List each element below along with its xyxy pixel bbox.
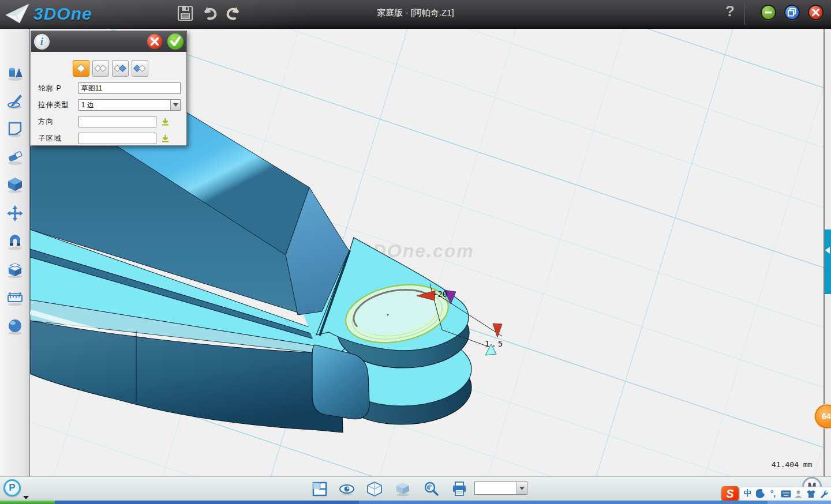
taskbar-segment-1[interactable] xyxy=(55,501,359,504)
measure-icon[interactable] xyxy=(6,289,24,307)
offset-dim-label: 1.5 xyxy=(485,339,504,348)
close-button[interactable] xyxy=(808,5,823,20)
scale-readout: 41.404 mm xyxy=(772,460,813,469)
extrude-option-3[interactable] xyxy=(112,60,129,77)
undo-icon[interactable] xyxy=(201,5,218,22)
titlebar: 3DOne 家庭版 - [阿帕奇.Z1] ? xyxy=(0,0,831,29)
print-icon[interactable] xyxy=(451,481,467,497)
subregion-pick-icon[interactable] xyxy=(160,134,170,144)
extrude-option-2[interactable] xyxy=(92,60,109,77)
profile-caret-icon[interactable] xyxy=(23,496,29,499)
taskbar-segment-3[interactable] xyxy=(768,501,831,504)
extrude-type-select[interactable]: 1 边 xyxy=(78,99,181,111)
extrude-option-1[interactable] xyxy=(73,60,89,77)
window-title: 家庭版 - [阿帕奇.Z1] xyxy=(329,7,502,18)
ime-logo-icon[interactable]: S xyxy=(721,486,739,501)
select-dropdown-button[interactable] xyxy=(170,100,180,110)
combo-dropdown-button[interactable] xyxy=(516,482,527,494)
taskbar-segment-green[interactable] xyxy=(0,501,55,504)
minimize-button[interactable] xyxy=(761,5,776,20)
wireframe-view-icon[interactable] xyxy=(366,481,383,497)
ime-user-icon[interactable] xyxy=(793,488,804,499)
layout-icon[interactable] xyxy=(312,481,328,497)
ime-lang-toggle[interactable]: 中 xyxy=(742,488,753,499)
extrude-type-label: 拉伸类型 xyxy=(38,100,78,110)
info-icon: i xyxy=(34,34,50,50)
extrude-mode-options xyxy=(73,60,181,77)
titlebar-divider xyxy=(744,3,745,25)
visibility-eye-icon[interactable] xyxy=(339,481,355,497)
notification-badge[interactable]: 64 xyxy=(815,404,831,429)
extrude-option-4[interactable] xyxy=(132,60,148,77)
sketch-icon[interactable] xyxy=(6,92,24,110)
direction-input[interactable] xyxy=(78,116,156,127)
direction-pick-icon[interactable] xyxy=(160,117,170,127)
magnet-icon[interactable] xyxy=(6,233,24,250)
taskbar-segment-2[interactable] xyxy=(359,501,768,504)
primitives-icon[interactable] xyxy=(6,65,24,82)
statusbar: P M xyxy=(0,476,831,501)
ime-punct-toggle[interactable]: °, xyxy=(768,488,778,499)
profile-label: 轮廓 P xyxy=(38,84,78,93)
move-icon[interactable] xyxy=(6,205,24,222)
ime-keyboard-icon[interactable] xyxy=(780,488,791,499)
subregion-label: 子区域 xyxy=(38,134,78,144)
ime-skin-icon[interactable] xyxy=(806,488,817,499)
extrude-dialog: i 轮廓 P 拉伸类型 xyxy=(31,31,187,146)
direction-label: 方向 xyxy=(38,117,78,127)
dialog-header: i xyxy=(31,31,186,52)
panel-expand-tab[interactable] xyxy=(825,230,831,294)
angle-dim-label: -20 xyxy=(433,289,447,299)
toolbar-left xyxy=(0,29,30,476)
sketch-plane-icon[interactable] xyxy=(6,120,24,137)
paper-plane-icon xyxy=(5,2,30,25)
ime-settings-wrench-icon[interactable] xyxy=(818,488,829,499)
ime-toolbar: S 中 °, xyxy=(721,486,831,501)
profile-input[interactable] xyxy=(78,82,181,94)
eraser-icon[interactable] xyxy=(6,148,24,166)
view-combo[interactable] xyxy=(474,482,527,495)
render-sphere-icon[interactable] xyxy=(6,318,24,335)
unfold-box-icon[interactable] xyxy=(6,261,24,279)
subregion-input[interactable] xyxy=(78,133,156,144)
dialog-cancel-button[interactable] xyxy=(147,34,162,49)
shaded-view-icon[interactable] xyxy=(395,481,411,497)
app-logo: 3DOne xyxy=(5,2,92,25)
dialog-confirm-button[interactable] xyxy=(167,33,184,50)
restore-button[interactable] xyxy=(784,5,800,20)
os-taskbar[interactable] xyxy=(0,501,831,504)
help-button[interactable]: ? xyxy=(721,2,739,20)
svg-text:64: 64 xyxy=(822,412,831,421)
redo-icon[interactable] xyxy=(225,5,242,22)
save-icon[interactable] xyxy=(177,5,194,22)
cube-icon[interactable] xyxy=(6,176,24,193)
profile-badge[interactable]: P xyxy=(3,479,21,497)
zoom-icon[interactable] xyxy=(423,481,439,497)
logo-text: 3DOne xyxy=(33,4,92,24)
ime-moon-icon[interactable] xyxy=(755,488,766,499)
